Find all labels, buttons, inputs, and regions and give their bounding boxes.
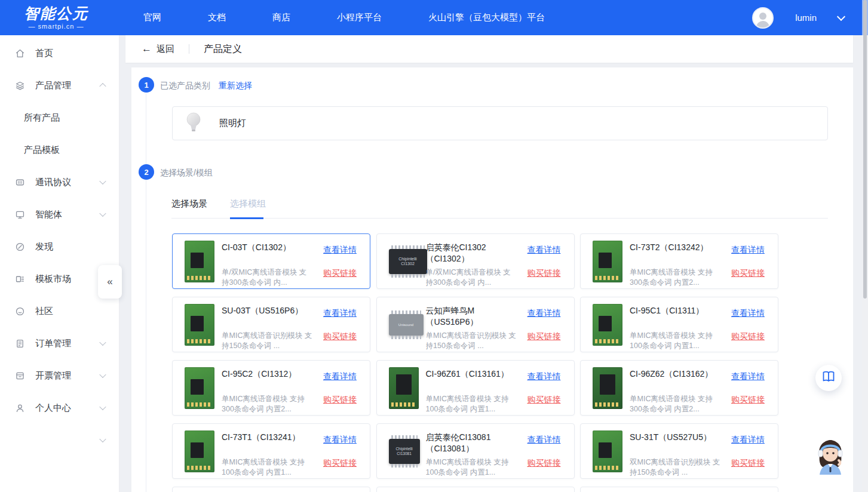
buy-link[interactable]: 购买链接 xyxy=(731,268,765,279)
buy-link[interactable]: 购买链接 xyxy=(731,458,765,469)
sidebar-item-label: 通讯协议 xyxy=(35,177,71,188)
logo[interactable]: 智能公元 — smartpi.cn — xyxy=(24,6,88,30)
module-description: 单MIC离线语音模块 支持100条命令词 内置1... xyxy=(426,394,518,414)
scene-module-tabs: 选择场景 选择模组 xyxy=(171,196,828,219)
module-card[interactable]: CI-73T2（CI13242） 单MIC离线语音模块 支持300条命令词 内置… xyxy=(580,233,778,289)
module-card[interactable]: CI-95C1（CI1311） 单MIC离线语音模块 支持100条命令词 内置1… xyxy=(580,297,778,352)
sidebar-item[interactable]: 社区 xyxy=(0,295,119,327)
sidebar-item[interactable]: 产品模板 xyxy=(0,134,119,166)
sidebar-item-label: 发现 xyxy=(35,241,53,253)
module-description: 单MIC离线语音模块 支持100条命令词 内置1... xyxy=(630,331,722,351)
sidebar-item-icon xyxy=(15,210,25,220)
chevron-down-icon[interactable] xyxy=(99,210,106,217)
buy-link[interactable]: 购买链接 xyxy=(323,331,357,342)
step1-badge: 1 xyxy=(139,77,154,93)
tab-select-scene[interactable]: 选择场景 xyxy=(171,198,207,210)
buy-link[interactable]: 购买链接 xyxy=(323,268,357,279)
chevron-down-icon[interactable] xyxy=(99,371,106,378)
sidebar-item[interactable]: 个人中心 xyxy=(0,392,119,424)
buy-link[interactable]: 购买链接 xyxy=(731,331,765,342)
reselect-link[interactable]: 重新选择 xyxy=(219,81,252,91)
scrollbar-thumb[interactable] xyxy=(863,0,867,299)
view-details-link[interactable]: 查看详情 xyxy=(731,308,765,319)
doc-fab-button[interactable] xyxy=(815,365,842,391)
module-card[interactable]: SU-31T（US527U5） 双MIC离线语音识别模块 支持150条命令词 .… xyxy=(580,423,778,479)
step2-badge: 2 xyxy=(139,164,154,180)
chevron-down-icon[interactable] xyxy=(837,12,845,20)
module-card[interactable]: Chipintelli CI1302 启英泰伦CI1302（CI1302） 单/… xyxy=(376,233,575,289)
module-card[interactable]: SU-03T（US516P6） 单MIC离线语音识别模块 支持150条命令词 .… xyxy=(172,297,370,352)
topnav-item[interactable]: 商店 xyxy=(272,12,290,23)
sidebar-item[interactable]: 发现 xyxy=(0,230,119,263)
buy-link[interactable]: 购买链接 xyxy=(527,458,561,469)
sidebar-item-icon xyxy=(15,177,25,187)
scrollbar[interactable] xyxy=(862,0,868,492)
sidebar-item[interactable]: 通讯协议 xyxy=(0,166,119,198)
buy-link[interactable]: 购买链接 xyxy=(731,395,765,405)
sidebar-item-label: 模板市场 xyxy=(35,273,71,285)
topnav-item[interactable]: 小程序平台 xyxy=(337,12,382,23)
chevron-down-icon[interactable] xyxy=(99,339,106,346)
topnav-item[interactable]: 官网 xyxy=(143,12,161,23)
sidebar-item[interactable]: 智能体 xyxy=(0,198,119,230)
chevron-down-icon[interactable] xyxy=(99,404,106,410)
module-card[interactable]: CI-95C2（CI1312） 单MIC离线语音模块 支持300条命令词 内置2… xyxy=(172,360,370,416)
tab-select-module[interactable]: 选择模组 xyxy=(230,198,266,210)
module-card[interactable]: Unisound 云知声蜂鸟M（US516P6） 单MIC离线语音识别模块 支持… xyxy=(376,297,575,352)
sidebar-item-label: 首页 xyxy=(35,48,53,59)
sidebar-item[interactable]: 开票管理 xyxy=(0,359,119,392)
back-label: 返回 xyxy=(157,44,174,55)
module-image xyxy=(185,241,214,282)
user-avatar-icon[interactable] xyxy=(752,7,774,29)
sidebar-item-label: 产品管理 xyxy=(35,80,71,91)
module-image xyxy=(389,367,419,409)
step1-label: 已选产品类别 xyxy=(160,81,210,91)
logo-title: 智能公元 xyxy=(24,6,88,21)
view-details-link[interactable]: 查看详情 xyxy=(323,245,357,256)
sidebar-item[interactable]: 所有产品 xyxy=(0,102,119,134)
module-description: 单MIC离线语音模块 支持300条命令词 内置2... xyxy=(630,267,722,288)
module-card[interactable]: CI-03T（CI1302） 单/双MIC离线语音模块 支持300条命令词 内.… xyxy=(172,233,370,289)
sidebar-item-icon xyxy=(15,48,25,59)
view-details-link[interactable]: 查看详情 xyxy=(731,435,765,445)
sidebar-item[interactable]: 产品管理 xyxy=(0,69,119,102)
buy-link[interactable]: 购买链接 xyxy=(527,268,561,279)
buy-link[interactable]: 购买链接 xyxy=(527,331,561,342)
header-divider xyxy=(189,44,189,54)
selected-product-name: 照明灯 xyxy=(219,118,246,129)
view-details-link[interactable]: 查看详情 xyxy=(527,435,561,445)
view-details-link[interactable]: 查看详情 xyxy=(323,371,357,382)
back-button[interactable]: ← 返回 xyxy=(142,43,174,55)
buy-link[interactable]: 购买链接 xyxy=(527,395,561,405)
module-title: CI-96Z62（CI13162） xyxy=(630,368,720,380)
topnav-item[interactable]: 火山引擎（豆包大模型）平台 xyxy=(428,12,545,23)
module-card[interactable]: CI-73T1（CI13241） 单MIC离线语音模块 支持100条命令词 内置… xyxy=(172,423,370,479)
customer-service-avatar[interactable] xyxy=(811,438,849,477)
module-card[interactable]: Chipintelli CI13081 启英泰伦CI13081（CI13081）… xyxy=(376,423,575,479)
view-details-link[interactable]: 查看详情 xyxy=(323,308,357,319)
view-details-link[interactable]: 查看详情 xyxy=(527,245,561,256)
buy-link[interactable]: 购买链接 xyxy=(323,395,357,405)
user-area[interactable]: lumin xyxy=(752,0,844,35)
sidebar-item-label: 个人中心 xyxy=(35,402,71,414)
module-card[interactable]: CI-96Z62（CI13162） 单MIC离线语音模块 支持300条命令词 内… xyxy=(580,360,778,416)
sidebar-item[interactable] xyxy=(0,424,119,456)
buy-link[interactable]: 购买链接 xyxy=(323,458,357,469)
sidebar-item[interactable]: 首页 xyxy=(0,37,119,69)
sidebar-item-icon xyxy=(15,81,25,91)
module-image xyxy=(593,304,622,346)
topnav-item[interactable]: 文档 xyxy=(208,12,226,23)
chevron-up-icon[interactable] xyxy=(99,83,106,90)
view-details-link[interactable]: 查看详情 xyxy=(323,435,357,445)
chevron-down-icon[interactable] xyxy=(99,178,106,184)
page-title: 产品定义 xyxy=(204,43,242,56)
module-title: 启英泰伦CI13081（CI13081） xyxy=(426,432,517,454)
sidebar-collapse-button[interactable]: « xyxy=(98,265,122,299)
view-details-link[interactable]: 查看详情 xyxy=(731,245,765,256)
view-details-link[interactable]: 查看详情 xyxy=(731,371,765,382)
view-details-link[interactable]: 查看详情 xyxy=(527,371,561,382)
module-card[interactable]: CI-96Z61（CI13161） 单MIC离线语音模块 支持100条命令词 内… xyxy=(376,360,575,416)
chevron-down-icon[interactable] xyxy=(99,436,106,442)
sidebar-item[interactable]: 订单管理 xyxy=(0,327,119,359)
view-details-link[interactable]: 查看详情 xyxy=(527,308,561,319)
